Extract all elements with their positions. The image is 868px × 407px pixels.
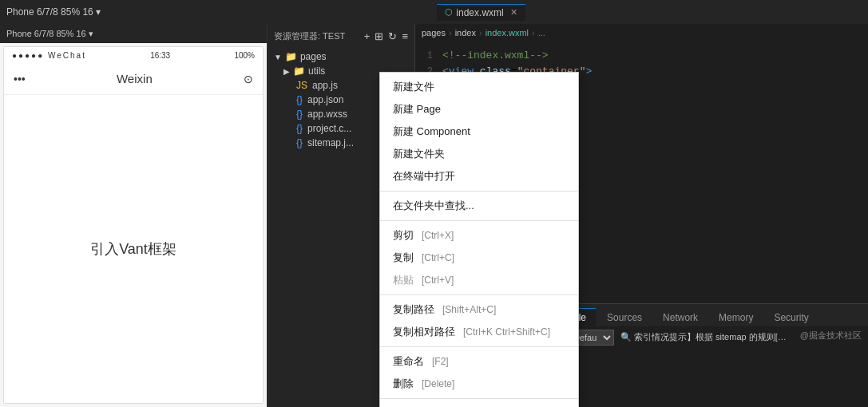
tree-item-label: app.js <box>312 80 338 91</box>
explorer-actions: + ⊞ ↻ ≡ <box>364 30 408 42</box>
menu-item-label: 新建 Page <box>393 102 441 117</box>
tree-item-label: project.c... <box>307 123 351 134</box>
shortcut-label: [Ctrl+K Ctrl+Shift+C] <box>463 326 550 338</box>
wechat-title: Weixin <box>117 72 153 85</box>
wxml-file-icon: ⬡ <box>445 7 453 18</box>
shortcut-label: [Ctrl+V] <box>422 275 454 286</box>
shortcut-label: [Ctrl+C] <box>422 252 454 263</box>
tree-item-label: utils <box>308 65 325 77</box>
menu-item-label: 删除 <box>393 377 414 391</box>
tab-label: index.wxml <box>456 7 503 18</box>
collapse-icon[interactable]: ≡ <box>402 30 408 42</box>
expand-arrow: ▶ <box>283 67 290 76</box>
tab-close-button[interactable]: ✕ <box>510 7 517 18</box>
tree-item-label: sitemap.j... <box>307 137 354 148</box>
json-file-icon: {} <box>296 137 303 148</box>
menu-item-label: 新建文件 <box>393 80 434 94</box>
top-bar-device: Phone 6/7/8 85% 16 ▾ <box>6 6 101 18</box>
menu-item-copy-path[interactable]: 复制路径 [Shift+Alt+C] <box>380 298 578 321</box>
tree-item-label: app.wxss <box>307 109 347 120</box>
main-layout: Phone 6/7/8 85% 16 ▾ ●●●●● WeChat 16:33 … <box>0 24 868 407</box>
device-selector-label[interactable]: Phone 6/7/8 85% 16 ▾ <box>6 29 93 39</box>
top-bar-left: Phone 6/7/8 85% 16 ▾ <box>6 6 101 18</box>
menu-separator <box>380 346 578 347</box>
menu-separator <box>380 398 578 399</box>
menu-item-copy[interactable]: 复制 [Ctrl+C] <box>380 247 578 269</box>
menu-item-label: 新建 Component <box>393 124 470 139</box>
breadcrumb-sep: › <box>449 28 452 38</box>
wechat-navbar: ••• Weixin ⊙ <box>4 63 263 95</box>
breadcrumb-sep: › <box>532 28 535 38</box>
log-message: 🔍 索引情况提示】根据 sitemap 的规则[0]，当前页面 [pages/i… <box>620 330 787 343</box>
code-line-1: <!--index.wxml--> <box>442 48 868 64</box>
menu-item-cut[interactable]: 剪切 [Ctrl+X] <box>380 224 578 247</box>
add-file-icon[interactable]: + <box>364 30 371 42</box>
menu-item-label: 在终端中打开 <box>393 169 455 184</box>
menu-item-open-terminal[interactable]: 在终端中打开 <box>380 165 578 188</box>
breadcrumb-sep: › <box>479 28 482 38</box>
folder-icon: 📁 <box>293 65 305 77</box>
menu-item-label: 剪切 <box>393 228 414 243</box>
phone-time: 16:33 <box>150 51 170 60</box>
menu-item-label: 粘贴 <box>393 273 414 287</box>
menu-item-label: 新建文件夹 <box>393 147 445 161</box>
context-menu: 新建文件 新建 Page 新建 Component 新建文件夹 在终端中打开 在… <box>379 72 579 407</box>
menu-item-rename[interactable]: 重命名 [F2] <box>380 350 578 373</box>
phone-status-bar: ●●●●● WeChat 16:33 100% <box>4 47 263 63</box>
tab-index-wxml[interactable]: ⬡ index.wxml ✕ <box>437 4 525 21</box>
signal-indicator: ●●●●● WeChat <box>12 51 86 60</box>
menu-item-label: 重命名 <box>393 354 424 369</box>
phone-content-area: 引入Vant框架 <box>4 95 263 403</box>
folder-icon: 📁 <box>285 51 297 62</box>
menu-item-find-in-folder[interactable]: 在文件夹中查找... <box>380 195 578 217</box>
tab-network[interactable]: Network <box>653 308 707 326</box>
phone-panel: Phone 6/7/8 85% 16 ▾ ●●●●● WeChat 16:33 … <box>0 24 268 407</box>
menu-separator <box>380 191 578 192</box>
expand-arrow: ▼ <box>274 53 282 61</box>
menu-item-copy-relative-path[interactable]: 复制相对路径 [Ctrl+K Ctrl+Shift+C] <box>380 321 578 343</box>
shortcut-label: [Shift+Alt+C] <box>442 304 496 315</box>
phone-frame: ●●●●● WeChat 16:33 100% ••• Weixin ⊙ 引入V… <box>3 46 264 404</box>
tree-item-label: pages <box>300 51 327 62</box>
phone-content-text: 引入Vant框架 <box>90 239 176 259</box>
tab-memory[interactable]: Memory <box>709 308 763 326</box>
json-file-icon: {} <box>296 123 303 134</box>
tab-sources[interactable]: Sources <box>597 308 652 326</box>
menu-item-new-component[interactable]: 新建 Component <box>380 121 578 143</box>
tree-item-label: app.json <box>307 94 343 105</box>
editor-breadcrumb: pages › index › index.wxml › ... <box>415 24 868 41</box>
breadcrumb-item-index: index <box>455 28 476 38</box>
breadcrumb-item-pages: pages <box>422 28 446 38</box>
explorer-panel: 资源管理器: TEST + ⊞ ↻ ≡ ▼ 📁 pages ▶ 📁 utils … <box>268 24 415 407</box>
tab-bar: ⬡ index.wxml ✕ <box>437 4 525 21</box>
phone-top-bar: Phone 6/7/8 85% 16 ▾ <box>0 24 267 43</box>
menu-item-delete[interactable]: 删除 [Delete] <box>380 373 578 395</box>
breadcrumb-ellipsis: ... <box>538 28 545 38</box>
top-bar: Phone 6/7/8 85% 16 ▾ ⬡ index.wxml ✕ <box>0 0 868 24</box>
wxss-file-icon: {} <box>296 109 303 120</box>
menu-item-new-folder[interactable]: 新建文件夹 <box>380 143 578 165</box>
watermark-label: @掘金技术社区 <box>794 326 868 407</box>
menu-item-show-in-explorer[interactable]: ⊞ 在资源管理器中显示 [Shift+Alt+R] <box>380 402 578 407</box>
menu-item-paste[interactable]: 粘贴 [Ctrl+V] <box>380 269 578 291</box>
breadcrumb-item-file: index.wxml <box>486 28 529 38</box>
back-dots: ••• <box>14 73 26 85</box>
menu-item-label: 在文件夹中查找... <box>393 199 474 213</box>
explorer-header: 资源管理器: TEST + ⊞ ↻ ≡ <box>268 24 414 48</box>
menu-item-label: 复制相对路径 <box>393 325 455 339</box>
js-file-icon: JS <box>296 80 307 91</box>
tab-security[interactable]: Security <box>764 308 818 326</box>
refresh-icon[interactable]: ↻ <box>388 30 397 42</box>
menu-item-label: 复制 <box>393 251 414 265</box>
menu-separator <box>380 294 578 295</box>
shortcut-label: [Ctrl+X] <box>422 230 454 241</box>
shortcut-label: [Delete] <box>422 378 454 389</box>
explorer-title: 资源管理器: TEST <box>274 30 345 42</box>
tree-item-pages[interactable]: ▼ 📁 pages <box>268 49 414 64</box>
nav-right-icons: ⊙ <box>244 73 253 85</box>
shortcut-label: [F2] <box>432 356 449 367</box>
menu-item-new-file[interactable]: 新建文件 <box>380 76 578 98</box>
battery-indicator: 100% <box>234 51 255 60</box>
new-folder-icon[interactable]: ⊞ <box>375 30 383 42</box>
menu-item-new-page[interactable]: 新建 Page <box>380 98 578 121</box>
